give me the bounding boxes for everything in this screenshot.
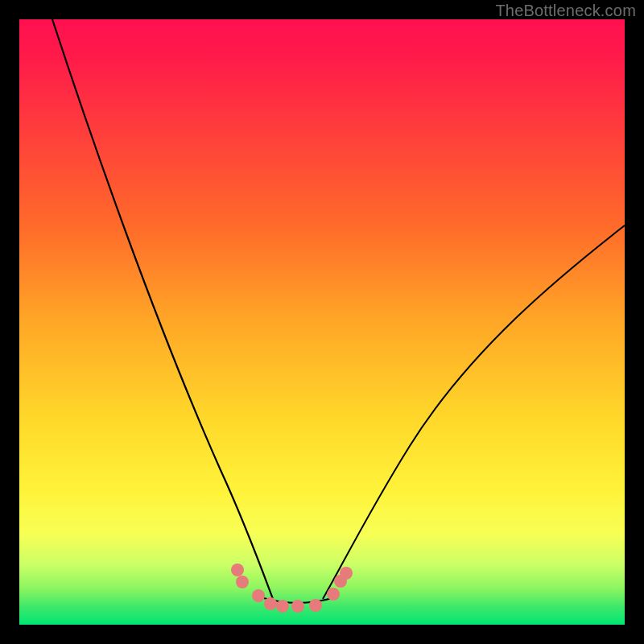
bottleneck-curve [19,19,625,625]
marker-dot [327,588,340,601]
marker-dot [236,576,249,588]
curve-left-branch [52,19,273,599]
curve-right-branch [323,225,625,599]
watermark-text: TheBottleneck.com [495,2,636,20]
marker-dot [231,564,244,576]
marker-dot [252,589,265,602]
plot-area [19,19,625,625]
chart-frame: TheBottleneck.com [0,0,644,644]
